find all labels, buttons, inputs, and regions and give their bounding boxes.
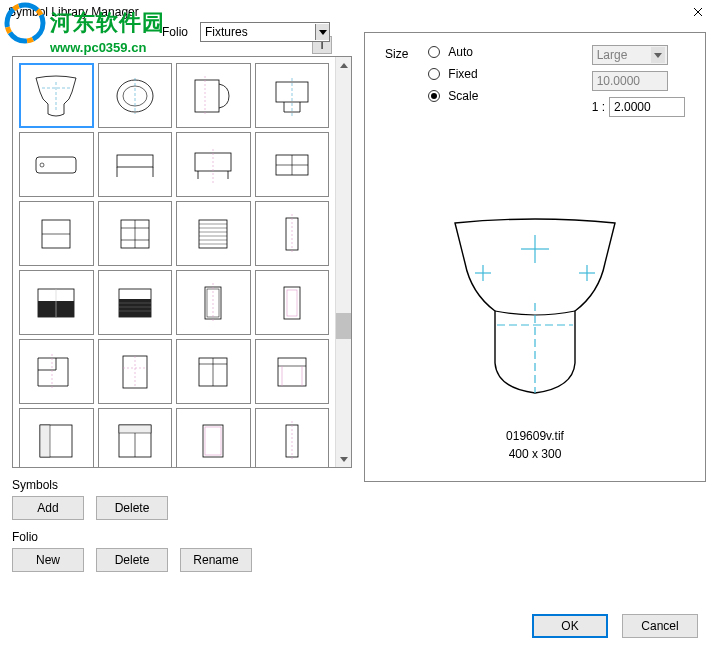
symbol-thumb[interactable] <box>176 63 251 128</box>
radio-icon <box>428 68 440 80</box>
scrollbar[interactable] <box>335 57 351 467</box>
rename-button[interactable]: Rename <box>180 548 252 572</box>
svg-rect-42 <box>119 299 151 317</box>
svg-rect-63 <box>40 425 50 457</box>
symbol-thumb[interactable] <box>98 408 173 467</box>
symbol-thumb[interactable] <box>98 201 173 266</box>
folio-dropdown[interactable]: Fixtures <box>200 22 330 42</box>
delete-symbol-button[interactable]: Delete <box>96 496 168 520</box>
fixed-input: 10.0000 <box>592 71 668 91</box>
preview-filename: 019609v.tif <box>365 427 705 445</box>
symbol-thumb[interactable] <box>98 132 173 197</box>
symbol-thumb[interactable] <box>19 132 94 197</box>
radio-fixed-label: Fixed <box>448 67 477 81</box>
symbol-thumb[interactable] <box>255 339 330 404</box>
symbol-thumb[interactable] <box>255 201 330 266</box>
window-title: Symbol Library Manager <box>8 5 139 19</box>
svg-rect-7 <box>195 80 219 112</box>
symbol-thumb[interactable] <box>176 339 251 404</box>
svg-rect-13 <box>117 155 153 167</box>
symbol-thumb[interactable] <box>176 408 251 467</box>
new-button[interactable]: New <box>12 548 84 572</box>
thumbnail-grid <box>13 57 335 467</box>
preview-panel: Size Auto Fixed Scale <box>364 32 706 482</box>
symbol-thumb[interactable] <box>255 270 330 335</box>
svg-rect-66 <box>119 425 151 433</box>
folio-label: Folio <box>162 25 188 39</box>
radio-scale[interactable]: Scale <box>428 89 478 103</box>
ok-button[interactable]: OK <box>532 614 608 638</box>
size-dropdown: Large <box>592 45 668 65</box>
radio-icon <box>428 46 440 58</box>
preview-canvas <box>385 173 685 433</box>
close-button[interactable] <box>686 2 710 22</box>
symbol-thumb[interactable] <box>98 270 173 335</box>
folio-section-label: Folio <box>12 530 352 544</box>
symbol-thumb[interactable] <box>19 408 94 467</box>
scale-input[interactable]: 2.0000 <box>609 97 685 117</box>
size-dropdown-value: Large <box>597 48 628 62</box>
radio-auto-label: Auto <box>448 45 473 59</box>
folio-dropdown-value: Fixtures <box>205 25 248 39</box>
radio-fixed[interactable]: Fixed <box>428 67 478 81</box>
scroll-track[interactable] <box>336 73 351 451</box>
svg-rect-49 <box>284 287 300 319</box>
symbol-thumb[interactable] <box>19 63 94 128</box>
svg-rect-50 <box>287 290 297 316</box>
thumbnail-panel <box>12 56 352 468</box>
add-button[interactable]: Add <box>12 496 84 520</box>
symbol-thumb[interactable] <box>19 270 94 335</box>
symbol-thumb[interactable] <box>255 408 330 467</box>
scroll-down-icon[interactable] <box>336 451 351 467</box>
cancel-button[interactable]: Cancel <box>622 614 698 638</box>
chevron-down-icon <box>315 24 329 40</box>
symbol-thumb[interactable] <box>255 132 330 197</box>
titlebar: Symbol Library Manager <box>0 0 718 24</box>
chevron-down-icon <box>651 47 665 63</box>
size-label: Size <box>385 45 408 61</box>
radio-scale-label: Scale <box>448 89 478 103</box>
radio-auto[interactable]: Auto <box>428 45 478 59</box>
symbol-thumb[interactable] <box>19 339 94 404</box>
preview-dimensions: 400 x 300 <box>365 445 705 463</box>
symbol-thumb[interactable] <box>176 201 251 266</box>
symbol-thumb[interactable] <box>98 339 173 404</box>
radio-icon <box>428 90 440 102</box>
symbols-section-label: Symbols <box>12 478 352 492</box>
svg-rect-67 <box>203 425 223 457</box>
symbol-thumb[interactable] <box>176 132 251 197</box>
symbol-thumb[interactable] <box>98 63 173 128</box>
symbol-thumb[interactable] <box>19 201 94 266</box>
svg-rect-11 <box>36 157 76 173</box>
delete-folio-button[interactable]: Delete <box>96 548 168 572</box>
symbol-thumb[interactable] <box>176 270 251 335</box>
scale-prefix: 1 : <box>592 100 605 114</box>
scroll-up-icon[interactable] <box>336 57 351 73</box>
symbol-thumb[interactable] <box>255 63 330 128</box>
svg-point-12 <box>40 163 44 167</box>
svg-rect-68 <box>205 427 221 455</box>
scroll-thumb[interactable] <box>336 313 351 339</box>
